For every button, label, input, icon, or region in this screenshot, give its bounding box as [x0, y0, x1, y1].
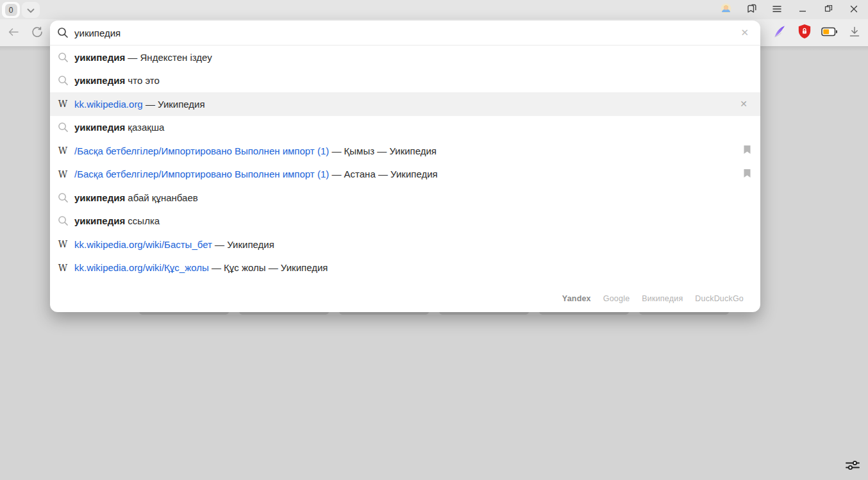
search-icon: [56, 192, 69, 203]
active-tab[interactable]: 0: [2, 2, 20, 18]
search-engine-option[interactable]: DuckDuckGo: [695, 294, 744, 303]
suggestion-row[interactable]: W уикипедия — Яндекстен іздеу ✕: [50, 46, 760, 69]
suggestion-row[interactable]: W уикипедия ссылка ✕: [50, 210, 760, 233]
side-panel-button[interactable]: [744, 2, 759, 17]
suggestion-row[interactable]: W /Басқа бетбелгілер/Импортировано Выпол…: [50, 163, 760, 186]
wikipedia-favicon: W: [56, 99, 69, 108]
reload-button[interactable]: [29, 25, 46, 42]
reload-icon: [31, 26, 43, 40]
downloads-button[interactable]: [846, 24, 863, 41]
tab-strip: 0: [0, 0, 868, 19]
minimize-button[interactable]: [795, 2, 810, 17]
suggestion-row[interactable]: W kk.wikipedia.org/wiki/Басты_бет — Уики…: [50, 233, 760, 256]
search-engine-option[interactable]: Yandex: [562, 294, 591, 303]
hamburger-icon: [772, 4, 781, 15]
suggestion-text: уикипедия қазақша: [74, 122, 751, 133]
quill-pen-icon: [772, 24, 787, 41]
avatar-icon: [721, 3, 731, 17]
shield-lock-icon: [797, 24, 812, 42]
wikipedia-favicon: W: [56, 240, 69, 249]
collections-icon: [746, 3, 757, 17]
close-button[interactable]: [846, 2, 862, 17]
quick-settings-button[interactable]: [844, 459, 861, 474]
restore-icon: [824, 4, 833, 15]
chevron-down-icon: [27, 4, 35, 16]
wikipedia-favicon: W: [56, 170, 69, 179]
tab-counter-badge: 0: [5, 4, 17, 16]
suggestion-text: kk.wikipedia.org/wiki/Басты_бет — Уикипе…: [74, 239, 751, 250]
suggestion-row[interactable]: W /Басқа бетбелгілер/Импортировано Выпол…: [50, 139, 760, 163]
wikipedia-favicon: W: [56, 146, 69, 155]
sliders-icon: [845, 459, 860, 474]
download-icon: [849, 26, 860, 40]
back-arrow-icon: [8, 28, 19, 39]
menu-button[interactable]: [769, 2, 785, 17]
suggestion-text: kk.wikipedia.org — Уикипедия: [74, 99, 736, 110]
minimize-icon: [799, 4, 806, 15]
protect-shield-button[interactable]: [796, 24, 813, 41]
bookmark-icon: [743, 169, 751, 180]
omnibox: ✕: [50, 21, 760, 45]
suggestion-text: /Басқа бетбелгілер/Импортировано Выполне…: [74, 169, 743, 179]
search-icon: [56, 122, 69, 133]
back-button[interactable]: [5, 25, 22, 42]
suggestion-text: kk.wikipedia.org/wiki/Құс_жолы — Құс жол…: [74, 262, 751, 273]
tab-list-button[interactable]: [22, 2, 40, 18]
wikipedia-favicon: W: [56, 263, 69, 272]
close-icon: [850, 4, 858, 15]
suggestion-text: /Басқа бетбелгілер/Импортировано Выполне…: [74, 145, 743, 156]
suggestion-row[interactable]: W уикипедия қазақша ✕: [50, 116, 760, 140]
omnibox-dropdown: ✕ W уикипедия — Яндекстен іздеу ✕ W уики…: [50, 21, 760, 312]
search-engine-option[interactable]: Википедия: [642, 294, 683, 303]
bookmark-icon: [743, 145, 751, 156]
suggestion-row[interactable]: W kk.wikipedia.org — Уикипедия ✕: [50, 92, 760, 116]
suggestion-text: уикипедия что это: [74, 75, 751, 86]
search-engine-option[interactable]: Google: [603, 294, 630, 303]
suggestion-row[interactable]: W уикипедия абай құнанбаев ✕: [50, 186, 760, 210]
suggestion-row[interactable]: W kk.wikipedia.org/wiki/Құс_жолы — Құс ж…: [50, 256, 760, 280]
restore-button[interactable]: [821, 2, 836, 17]
search-icon: [56, 52, 69, 63]
suggestion-row[interactable]: W уикипедия что это ✕: [50, 69, 760, 93]
suggestion-text: уикипедия абай құнанбаев: [74, 192, 751, 203]
battery-icon: [821, 27, 838, 39]
profile-avatar-button[interactable]: [718, 2, 733, 17]
search-icon: [56, 27, 69, 38]
quill-extension-button[interactable]: [771, 24, 788, 41]
search-icon: [56, 75, 69, 86]
search-engine-switcher: YandexGoogleВикипедияDuckDuckGo: [562, 294, 744, 303]
clear-query-button[interactable]: ✕: [738, 26, 751, 40]
suggestion-text: уикипедия — Яндекстен іздеу: [74, 52, 751, 63]
suggestion-list: W уикипедия — Яндекстен іздеу ✕ W уикипе…: [50, 46, 760, 279]
suggestion-text: уикипедия ссылка: [74, 215, 751, 226]
search-icon: [56, 215, 69, 226]
battery-saver-button[interactable]: [821, 24, 838, 41]
address-input[interactable]: [74, 28, 738, 38]
remove-suggestion-button[interactable]: ✕: [736, 97, 751, 110]
